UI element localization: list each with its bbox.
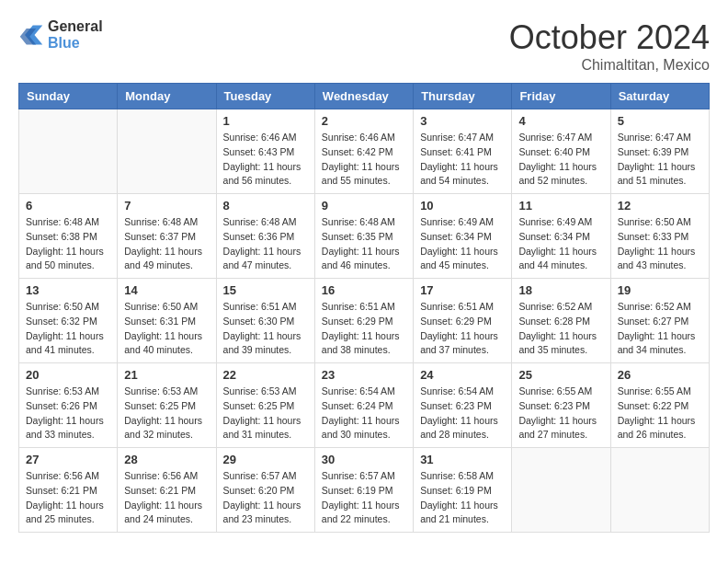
calendar-cell [118,109,216,194]
logo-icon [18,22,44,48]
calendar-table: SundayMondayTuesdayWednesdayThursdayFrid… [18,83,710,533]
calendar-cell: 21Sunrise: 6:53 AM Sunset: 6:25 PM Dayli… [118,363,216,448]
day-number: 2 [322,114,406,128]
calendar-cell: 22Sunrise: 6:53 AM Sunset: 6:25 PM Dayli… [216,363,314,448]
day-number: 27 [26,453,110,466]
day-info: Sunrise: 6:55 AM Sunset: 6:22 PM Dayligh… [618,385,702,442]
calendar-cell: 14Sunrise: 6:50 AM Sunset: 6:31 PM Dayli… [118,279,216,363]
day-info: Sunrise: 6:53 AM Sunset: 6:25 PM Dayligh… [223,385,308,442]
calendar-cell [610,448,709,533]
day-number: 10 [420,199,505,213]
day-number: 26 [618,368,702,382]
day-info: Sunrise: 6:54 AM Sunset: 6:23 PM Dayligh… [420,385,505,442]
day-info: Sunrise: 6:50 AM Sunset: 6:32 PM Dayligh… [26,300,110,358]
day-info: Sunrise: 6:56 AM Sunset: 6:21 PM Dayligh… [26,469,110,527]
weekday-header-thursday: Thursday [414,84,512,109]
day-info: Sunrise: 6:48 AM Sunset: 6:37 PM Dayligh… [124,215,209,273]
day-number: 20 [26,368,110,382]
weekday-header-tuesday: Tuesday [216,84,314,109]
calendar-cell: 8Sunrise: 6:48 AM Sunset: 6:36 PM Daylig… [216,194,314,279]
calendar-cell: 31Sunrise: 6:58 AM Sunset: 6:19 PM Dayli… [414,448,512,533]
day-number: 14 [124,283,209,297]
weekday-header-monday: Monday [118,84,216,109]
day-info: Sunrise: 6:52 AM Sunset: 6:27 PM Dayligh… [618,300,702,358]
calendar-cell: 9Sunrise: 6:48 AM Sunset: 6:35 PM Daylig… [314,194,413,279]
day-info: Sunrise: 6:49 AM Sunset: 6:34 PM Dayligh… [420,215,505,273]
day-info: Sunrise: 6:57 AM Sunset: 6:20 PM Dayligh… [223,469,308,527]
day-info: Sunrise: 6:53 AM Sunset: 6:26 PM Dayligh… [26,385,110,442]
day-number: 7 [124,199,209,213]
calendar-cell: 19Sunrise: 6:52 AM Sunset: 6:27 PM Dayli… [610,279,709,363]
week-row-1: 1Sunrise: 6:46 AM Sunset: 6:43 PM Daylig… [19,109,710,194]
calendar-cell: 15Sunrise: 6:51 AM Sunset: 6:30 PM Dayli… [216,279,314,363]
day-number: 17 [420,283,505,297]
day-number: 1 [223,114,308,128]
logo-text: General Blue [48,18,103,52]
title-section: October 2024 Chimaltitan, Mexico [509,18,710,74]
day-info: Sunrise: 6:54 AM Sunset: 6:24 PM Dayligh… [322,385,406,442]
calendar-cell: 20Sunrise: 6:53 AM Sunset: 6:26 PM Dayli… [19,363,118,448]
calendar-cell: 1Sunrise: 6:46 AM Sunset: 6:43 PM Daylig… [216,109,314,194]
weekday-header-sunday: Sunday [19,84,118,109]
week-row-4: 20Sunrise: 6:53 AM Sunset: 6:26 PM Dayli… [19,363,710,448]
calendar-cell: 6Sunrise: 6:48 AM Sunset: 6:38 PM Daylig… [19,194,118,279]
day-number: 5 [618,114,702,128]
calendar-cell: 11Sunrise: 6:49 AM Sunset: 6:34 PM Dayli… [512,194,610,279]
calendar-cell [512,448,610,533]
day-number: 8 [223,199,308,213]
calendar-cell: 4Sunrise: 6:47 AM Sunset: 6:40 PM Daylig… [512,109,610,194]
day-info: Sunrise: 6:48 AM Sunset: 6:36 PM Dayligh… [223,215,308,273]
week-row-5: 27Sunrise: 6:56 AM Sunset: 6:21 PM Dayli… [19,448,710,533]
calendar-cell: 23Sunrise: 6:54 AM Sunset: 6:24 PM Dayli… [314,363,413,448]
calendar-cell: 24Sunrise: 6:54 AM Sunset: 6:23 PM Dayli… [414,363,512,448]
weekday-header-friday: Friday [512,84,610,109]
day-number: 21 [124,368,209,382]
day-number: 29 [223,453,308,466]
day-info: Sunrise: 6:51 AM Sunset: 6:30 PM Dayligh… [223,300,308,358]
day-info: Sunrise: 6:51 AM Sunset: 6:29 PM Dayligh… [420,300,505,358]
day-info: Sunrise: 6:52 AM Sunset: 6:28 PM Dayligh… [518,300,603,358]
calendar-cell: 5Sunrise: 6:47 AM Sunset: 6:39 PM Daylig… [610,109,709,194]
page-header: General Blue October 2024 Chimaltitan, M… [18,18,710,74]
calendar-cell: 3Sunrise: 6:47 AM Sunset: 6:41 PM Daylig… [414,109,512,194]
calendar-cell: 10Sunrise: 6:49 AM Sunset: 6:34 PM Dayli… [414,194,512,279]
day-info: Sunrise: 6:50 AM Sunset: 6:33 PM Dayligh… [618,215,702,273]
calendar-cell: 17Sunrise: 6:51 AM Sunset: 6:29 PM Dayli… [414,279,512,363]
calendar-cell: 7Sunrise: 6:48 AM Sunset: 6:37 PM Daylig… [118,194,216,279]
day-number: 18 [518,283,603,297]
day-number: 23 [322,368,406,382]
calendar-cell: 30Sunrise: 6:57 AM Sunset: 6:19 PM Dayli… [314,448,413,533]
logo: General Blue [18,18,103,52]
weekday-header-wednesday: Wednesday [314,84,413,109]
day-info: Sunrise: 6:46 AM Sunset: 6:42 PM Dayligh… [322,131,406,189]
day-info: Sunrise: 6:51 AM Sunset: 6:29 PM Dayligh… [322,300,406,358]
day-info: Sunrise: 6:47 AM Sunset: 6:41 PM Dayligh… [420,131,505,189]
weekday-header-row: SundayMondayTuesdayWednesdayThursdayFrid… [19,84,710,109]
day-number: 16 [322,283,406,297]
day-info: Sunrise: 6:57 AM Sunset: 6:19 PM Dayligh… [322,469,406,527]
day-info: Sunrise: 6:47 AM Sunset: 6:40 PM Dayligh… [518,131,603,189]
day-number: 6 [26,199,110,213]
day-number: 22 [223,368,308,382]
calendar-cell: 26Sunrise: 6:55 AM Sunset: 6:22 PM Dayli… [610,363,709,448]
calendar-cell: 18Sunrise: 6:52 AM Sunset: 6:28 PM Dayli… [512,279,610,363]
location: Chimaltitan, Mexico [509,57,710,74]
day-number: 19 [618,283,702,297]
calendar-cell: 27Sunrise: 6:56 AM Sunset: 6:21 PM Dayli… [19,448,118,533]
day-info: Sunrise: 6:48 AM Sunset: 6:35 PM Dayligh… [322,215,406,273]
day-number: 9 [322,199,406,213]
day-number: 28 [124,453,209,466]
day-number: 25 [518,368,603,382]
day-number: 12 [618,199,702,213]
day-info: Sunrise: 6:53 AM Sunset: 6:25 PM Dayligh… [124,385,209,442]
calendar-cell: 28Sunrise: 6:56 AM Sunset: 6:21 PM Dayli… [118,448,216,533]
day-info: Sunrise: 6:56 AM Sunset: 6:21 PM Dayligh… [124,469,209,527]
day-info: Sunrise: 6:48 AM Sunset: 6:38 PM Dayligh… [26,215,110,273]
calendar-cell: 12Sunrise: 6:50 AM Sunset: 6:33 PM Dayli… [610,194,709,279]
day-number: 11 [518,199,603,213]
calendar-cell: 2Sunrise: 6:46 AM Sunset: 6:42 PM Daylig… [314,109,413,194]
day-info: Sunrise: 6:58 AM Sunset: 6:19 PM Dayligh… [420,469,505,527]
weekday-header-saturday: Saturday [610,84,709,109]
day-number: 30 [322,453,406,466]
day-number: 24 [420,368,505,382]
